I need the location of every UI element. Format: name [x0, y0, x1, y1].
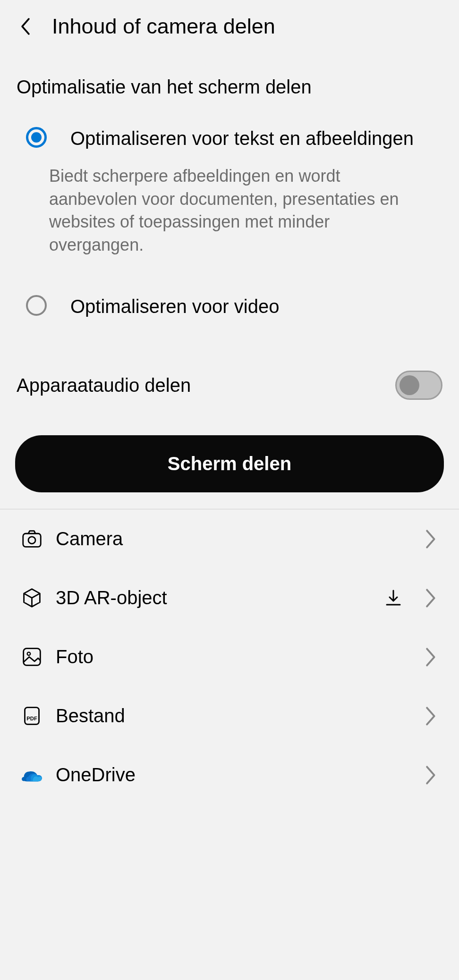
cube-icon: [21, 587, 42, 608]
share-item-label: OneDrive: [56, 764, 411, 786]
radio-label: Optimaliseren voor video: [70, 294, 428, 319]
radio-label: Optimaliseren voor tekst en afbeeldingen: [70, 126, 428, 151]
svg-point-3: [27, 652, 31, 656]
header: Inhoud of camera delen: [0, 0, 459, 53]
radio-checked-icon: [26, 127, 47, 148]
share-item-label: Bestand: [56, 705, 411, 727]
radio-unchecked-icon: [26, 295, 47, 316]
chevron-right-icon: [425, 647, 438, 667]
onedrive-icon: [21, 764, 42, 786]
share-screen-button[interactable]: Scherm delen: [15, 435, 444, 492]
share-item-label: 3D AR-object: [56, 587, 369, 608]
share-item-onedrive[interactable]: OneDrive: [0, 745, 459, 804]
camera-icon: [21, 528, 42, 549]
file-pdf-icon: PDF: [21, 705, 42, 727]
svg-point-1: [28, 537, 35, 544]
svg-text:PDF: PDF: [26, 716, 37, 721]
audio-toggle-switch[interactable]: [395, 371, 442, 400]
audio-toggle-row: Apparaataudio delen: [0, 356, 459, 419]
page-title: Inhoud of camera delen: [52, 14, 275, 39]
chevron-right-icon: [425, 588, 438, 608]
chevron-left-icon: [19, 17, 31, 36]
back-button[interactable]: [19, 17, 33, 36]
svg-rect-0: [23, 534, 41, 547]
share-options-list: Camera 3D AR-object: [0, 509, 459, 804]
download-icon: [382, 587, 404, 608]
radio-description: Biedt scherpere afbeeldingen en wordt aa…: [49, 165, 428, 256]
svg-rect-2: [24, 649, 41, 666]
photo-icon: [21, 646, 42, 667]
share-item-photo[interactable]: Foto: [0, 627, 459, 686]
radio-option-video[interactable]: Optimaliseren voor video: [26, 294, 442, 319]
share-item-label: Camera: [56, 528, 411, 549]
share-item-3d-ar[interactable]: 3D AR-object: [0, 568, 459, 627]
toggle-knob: [400, 375, 419, 395]
optimization-radio-group: Optimaliseren voor tekst en afbeeldingen…: [0, 112, 459, 319]
share-item-camera[interactable]: Camera: [0, 509, 459, 568]
share-item-file[interactable]: PDF Bestand: [0, 686, 459, 745]
chevron-right-icon: [425, 765, 438, 786]
radio-option-text-images[interactable]: Optimaliseren voor tekst en afbeeldingen…: [26, 126, 442, 256]
optimization-section-label: Optimalisatie van het scherm delen: [0, 53, 459, 112]
audio-toggle-label: Apparaataudio delen: [17, 375, 191, 396]
chevron-right-icon: [425, 706, 438, 727]
chevron-right-icon: [425, 529, 438, 549]
share-item-label: Foto: [56, 646, 411, 667]
